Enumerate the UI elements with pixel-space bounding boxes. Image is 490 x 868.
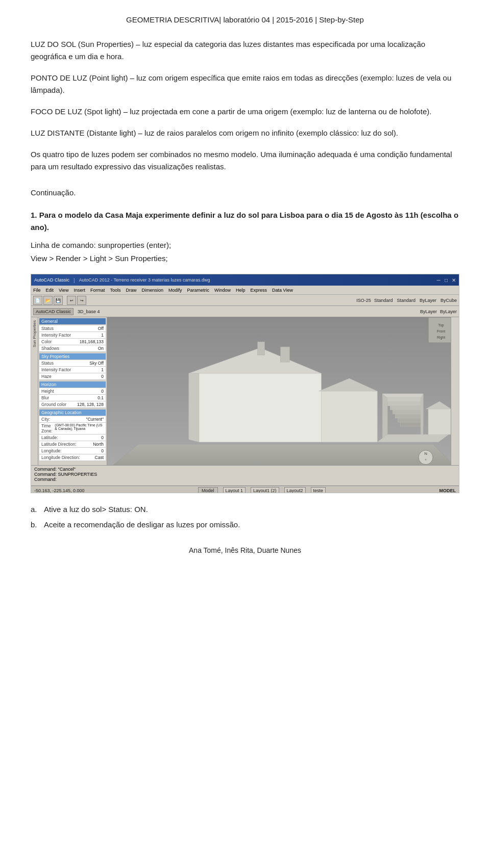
sidebar-row-city: City: "Current" xyxy=(39,416,106,423)
menu-view[interactable]: View xyxy=(59,288,68,293)
svg-rect-16 xyxy=(395,414,423,418)
sidebar-row-haze: Haze 0 xyxy=(39,373,106,380)
sidebar-val-longitude: 0 xyxy=(101,448,104,453)
svg-rect-13 xyxy=(387,402,423,406)
p1-text: LUZ DO SOL (Sun Properties) – luz especi… xyxy=(31,40,425,61)
sidebar-val-lat-dir: North xyxy=(93,442,104,447)
minimize-icon[interactable]: ─ xyxy=(437,277,440,283)
toolbar-btn-save[interactable]: 💾 xyxy=(54,296,63,305)
command-block: Linha de comando: sunproperties (enter);… xyxy=(31,239,459,265)
toolbar-iso-label: ISO-25 xyxy=(356,298,371,303)
sidebar-label-status: Status xyxy=(41,326,54,331)
tab-layout1-2[interactable]: Layout1 (2) xyxy=(251,487,279,494)
footer-text: Ana Tomé, Inês Rita, Duarte Nunes xyxy=(189,546,301,554)
statusbar-coords: -50.163, -225.145, 0.000 xyxy=(34,488,85,493)
svg-marker-19 xyxy=(382,394,387,442)
sidebar-general-title: General xyxy=(39,318,106,324)
sidebar-val-lon-dir: Cast xyxy=(95,455,104,460)
menu-file[interactable]: File xyxy=(33,288,41,293)
menu-dataview[interactable]: Data View xyxy=(272,288,293,293)
sidebar-row-sky-status: Status Sky Off xyxy=(39,360,106,367)
toolbar-layer: Standard xyxy=(397,298,415,303)
toolbar-btn-new[interactable]: 📄 xyxy=(33,296,42,305)
menu-help[interactable]: Help xyxy=(236,288,246,293)
svg-rect-12 xyxy=(385,398,423,402)
sidebar-row-shadows: Shadows On xyxy=(39,345,106,352)
task-title: 1. Para o modelo da Casa Maja experiment… xyxy=(31,209,459,234)
p4-text: LUZ DISTANTE (Distante light) – luz de r… xyxy=(31,129,398,137)
list-item-b: b. Aceite a recomendação de desligar as … xyxy=(31,519,459,531)
sidebar-row-timezone: Time Zone: (GMT-08:00) Pacific Time (US … xyxy=(39,423,106,435)
cmd-prompt: Command: xyxy=(34,477,456,482)
autocad-menubar: File Edit View Insert Format Tools Draw … xyxy=(31,286,459,295)
svg-text:Front: Front xyxy=(437,329,445,333)
autocad-toolbar-2: AutoCAD Classic 3D_base 4 ByLayer ByLaye… xyxy=(31,306,459,317)
toolbar2-bylayer2: ByLayer xyxy=(420,309,437,314)
sidebar-val-intensity: 1 xyxy=(101,333,104,338)
svg-marker-21 xyxy=(377,435,449,442)
viewcube: Top Front Right xyxy=(428,317,454,343)
autocad-screenshot: AutoCAD Classic | AutoCAD 2012 - Terreno… xyxy=(31,274,459,493)
list-items-block: a. Ative a luz do sol> Status: ON. b. Ac… xyxy=(31,503,459,531)
sidebar-label-sky-status: Status xyxy=(41,361,54,366)
tab-layout2[interactable]: Layout2 xyxy=(284,487,306,494)
page-footer: Ana Tomé, Inês Rita, Duarte Nunes xyxy=(31,546,459,554)
sidebar-general-section: General Status Off Intensity Factor 1 Co… xyxy=(39,318,106,352)
sun-properties-label: Sun Properties xyxy=(32,320,37,347)
autocad-separator: | xyxy=(74,277,75,283)
cmd-history-2: Command: SUNPROPERTIES xyxy=(34,472,456,477)
sidebar-val-haze: 0 xyxy=(101,374,104,379)
sidebar-val-height: 0 xyxy=(101,389,104,394)
menu-format[interactable]: Format xyxy=(90,288,105,293)
sidebar-row-color: Color 181,168,133 xyxy=(39,339,106,345)
close-icon[interactable]: ✕ xyxy=(452,277,456,283)
nav-compass: N + xyxy=(419,450,433,465)
sidebar-label-lat-dir: Latitude Direction: xyxy=(41,442,77,447)
toolbar2-tab: AutoCAD Classic xyxy=(33,308,74,315)
menu-parametric[interactable]: Parametric xyxy=(187,288,210,293)
sidebar-row-sky-intensity: Intensity Factor 1 xyxy=(39,367,106,373)
autocad-commandline: Command: "Cancel" Command: SUNPROPERTIES… xyxy=(31,465,459,486)
task-description: Para o modelo da Casa Maja experimente d… xyxy=(31,211,458,232)
svg-marker-9 xyxy=(321,391,377,442)
tab-teste[interactable]: teste xyxy=(311,487,326,494)
paragraph-3: FOCO DE LUZ (Spot light) – luz projectad… xyxy=(31,106,459,118)
menu-tools[interactable]: Tools xyxy=(110,288,120,293)
left-toolbar: Sun Properties xyxy=(31,317,38,465)
list-item-b-letter: b. xyxy=(31,519,40,531)
menu-express[interactable]: Express xyxy=(251,288,267,293)
sidebar-row-height: Height 0 xyxy=(39,388,106,395)
svg-text:Top: Top xyxy=(438,323,444,327)
sidebar-row-lat-dir: Latitude Direction: North xyxy=(39,441,106,448)
svg-marker-4 xyxy=(199,373,322,442)
sidebar-row-blur: Blur 0.1 xyxy=(39,395,106,401)
sidebar-val-ground-color: 128, 128, 128 xyxy=(77,402,104,407)
3d-scene-svg: Top Front Right N + xyxy=(107,317,459,465)
sidebar-label-intensity: Intensity Factor xyxy=(41,333,71,338)
sidebar-row-longitude: Longitude: 0 xyxy=(39,448,106,454)
sidebar-row-intensity: Intensity Factor 1 xyxy=(39,332,106,339)
maximize-icon[interactable]: □ xyxy=(445,277,448,283)
menu-insert[interactable]: Insert xyxy=(74,288,85,293)
menu-dimension[interactable]: Dimension xyxy=(141,288,163,293)
menu-window[interactable]: Window xyxy=(214,288,231,293)
toolbar-btn-open[interactable]: 📂 xyxy=(43,296,53,305)
autocad-app-name: AutoCAD Classic xyxy=(34,277,69,283)
svg-text:N: N xyxy=(424,451,427,456)
header-title: GEOMETRIA DESCRITIVA| laboratório 04 | 2… xyxy=(126,15,364,24)
tab-layout1[interactable]: Layout 1 xyxy=(223,487,246,494)
toolbar2-3dbase: 3D_base 4 xyxy=(78,309,100,314)
tab-model[interactable]: Model xyxy=(198,487,218,494)
svg-rect-14 xyxy=(390,406,423,410)
toolbar-btn-undo[interactable]: ↩ xyxy=(67,296,76,305)
svg-rect-11 xyxy=(382,394,423,398)
command-line-1: Linha de comando: sunproperties (enter); xyxy=(31,239,459,252)
menu-draw[interactable]: Draw xyxy=(126,288,136,293)
menu-edit[interactable]: Edit xyxy=(46,288,54,293)
toolbar-btn-redo[interactable]: ↪ xyxy=(77,296,86,305)
viewport-right-toolbar xyxy=(451,317,459,465)
sidebar-label-longitude: Longitude: xyxy=(41,448,62,453)
list-item-a-text: Ative a luz do sol> Status: ON. xyxy=(44,503,148,516)
sidebar-horizon-title: Horizon xyxy=(39,381,106,388)
menu-modify[interactable]: Modify xyxy=(168,288,182,293)
